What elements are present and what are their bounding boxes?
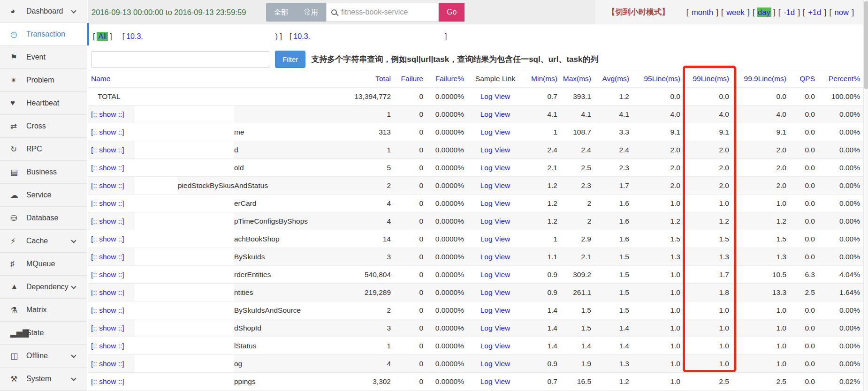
sidebar-item-rpc[interactable]: ↻RPC — [0, 138, 87, 161]
cell-p95: 1.0 — [629, 324, 680, 332]
machine-link-all[interactable]: All — [97, 32, 108, 41]
column-header-qps[interactable]: QPS — [786, 75, 815, 83]
column-header-percent-[interactable]: Percent% — [815, 75, 860, 83]
cell-failure_pct: 0.0000% — [423, 146, 464, 154]
log-view-link[interactable]: Log View — [480, 253, 510, 261]
log-view-link[interactable]: Log View — [480, 146, 510, 154]
cell-p99: 1.2 — [680, 217, 729, 226]
time-nav-link[interactable]: month — [691, 8, 714, 17]
column-header-label: Total — [375, 75, 391, 83]
sidebar-item-transaction[interactable]: ◷Transaction — [0, 23, 87, 46]
switch-hour-mode-link[interactable]: 【切到小时模式】 — [608, 7, 670, 17]
column-header-total[interactable]: Total — [271, 75, 391, 83]
sidebar-item-dashboard[interactable]: ◕Dashboard — [0, 0, 87, 23]
sidebar-item-label: Service — [26, 191, 51, 199]
show-link[interactable]: [:: show ::] — [91, 235, 135, 243]
sidebar-item-state[interactable]: ▂▅▇State — [0, 322, 87, 345]
column-header-label: 99.9Line(ms) — [744, 75, 786, 83]
sidebar-item-cache[interactable]: ⚡Cache — [0, 230, 87, 253]
sidebar-item-cross[interactable]: ⇄Cross — [0, 115, 87, 138]
name-fragment: piedStockBySkusAndStatus — [178, 181, 268, 190]
cell-p99: 4.0 — [680, 110, 729, 119]
log-view-link[interactable]: Log View — [480, 110, 510, 118]
show-link[interactable]: [:: show ::] — [91, 110, 135, 119]
log-view-link[interactable]: Log View — [480, 181, 510, 189]
time-nav-link[interactable]: -1d — [783, 8, 796, 17]
cell-p99: 1.0 — [680, 306, 729, 315]
log-view-link[interactable]: Log View — [480, 271, 510, 278]
log-view-link[interactable]: Log View — [480, 306, 510, 314]
time-nav-link[interactable]: day — [757, 8, 771, 17]
domain-search-box[interactable] — [326, 3, 439, 22]
cell-min: 4.1 — [526, 110, 557, 119]
time-nav-link[interactable]: now — [834, 8, 850, 17]
log-view-link[interactable]: Log View — [480, 235, 510, 243]
log-view-link[interactable]: Log View — [480, 128, 510, 136]
show-link[interactable]: [:: show ::] — [91, 306, 135, 315]
scope-common-button[interactable]: 常用 — [296, 3, 326, 22]
cell-failure_pct: 0.0000% — [423, 217, 464, 226]
redacted-name-area — [135, 159, 234, 176]
show-link[interactable]: [:: show ::] — [91, 146, 135, 154]
sidebar-item-database[interactable]: ⛁Database — [0, 207, 87, 230]
cell-percent: 0.00% — [815, 199, 860, 208]
vertical-scrollbar[interactable] — [863, 0, 868, 391]
sidebar-item-mqueue[interactable]: ♯MQueue — [0, 253, 87, 276]
cell-max: 16.5 — [557, 377, 591, 386]
show-link[interactable]: [:: show ::] — [91, 342, 135, 350]
log-view-link[interactable]: Log View — [480, 217, 510, 225]
column-header-95line-ms-[interactable]: 95Line(ms) — [629, 75, 680, 83]
time-nav-link[interactable]: week — [725, 8, 746, 17]
show-link[interactable]: [:: show ::] — [91, 181, 135, 190]
domain-search-input[interactable] — [341, 8, 430, 16]
filter-input[interactable] — [91, 51, 270, 68]
cell-qps: 0.0 — [786, 164, 815, 172]
log-view-link[interactable]: Log View — [480, 199, 510, 207]
sidebar-item-matrix[interactable]: ⚗Matrix — [0, 299, 87, 322]
log-view-link[interactable]: Log View — [480, 164, 510, 172]
show-link[interactable]: [:: show ::] — [91, 360, 135, 368]
cell-sample-link: Log View — [464, 217, 526, 226]
time-nav-link[interactable]: +1d — [807, 8, 822, 17]
show-link[interactable]: [:: show ::] — [91, 377, 135, 386]
log-view-link[interactable]: Log View — [480, 288, 510, 296]
scope-all-button[interactable]: 全部 — [266, 3, 296, 22]
log-view-link[interactable]: Log View — [480, 324, 510, 332]
show-link[interactable]: [:: show ::] — [91, 217, 135, 226]
log-view-link[interactable]: Log View — [480, 377, 510, 385]
column-header-max-ms-[interactable]: Max(ms) — [557, 75, 591, 83]
sidebar-item-business[interactable]: ▤Business — [0, 161, 87, 184]
show-link[interactable]: [:: show ::] — [91, 288, 135, 297]
filter-button[interactable]: Filter — [275, 51, 305, 68]
column-header-failure-[interactable]: Failure% — [423, 75, 464, 83]
log-view-link[interactable]: Log View — [480, 360, 510, 368]
show-link[interactable]: [:: show ::] — [91, 199, 135, 208]
show-link[interactable]: [:: show ::] — [91, 253, 135, 261]
column-header-avg-ms-[interactable]: Avg(ms) — [591, 75, 629, 83]
show-link[interactable]: [:: show ::] — [91, 164, 135, 172]
machine-link-ip1[interactable]: 10.3. — [126, 32, 143, 41]
sidebar-item-problem[interactable]: ✴Problem — [0, 69, 87, 92]
show-link[interactable]: [:: show ::] — [91, 271, 135, 279]
table-body: TOTAL13,394,77200.0000%Log View0.7393.11… — [88, 88, 868, 391]
column-header-99.9line-ms-[interactable]: 99.9Line(ms) — [729, 75, 786, 83]
show-link[interactable]: [:: show ::] — [91, 324, 135, 332]
column-header-min-ms-[interactable]: Min(ms) — [526, 75, 557, 83]
column-header-failure[interactable]: Failure — [391, 75, 423, 83]
log-view-link[interactable]: Log View — [480, 342, 510, 350]
sidebar-item-offline[interactable]: ◫Offline — [0, 345, 87, 368]
show-link[interactable]: [:: show ::] — [91, 128, 135, 136]
log-view-link[interactable]: Log View — [480, 92, 510, 100]
go-button[interactable]: Go — [439, 3, 464, 22]
sidebar-item-service[interactable]: ☁Service — [0, 184, 87, 207]
sidebar-item-system[interactable]: ⚒System — [0, 368, 87, 391]
sidebar-item-event[interactable]: ⚑Event — [0, 46, 87, 69]
column-header-99line-ms-[interactable]: 99Line(ms) — [680, 75, 729, 83]
machine-link-ip2[interactable]: 10.3. — [293, 32, 310, 41]
scrollbar-thumb[interactable] — [864, 1, 868, 89]
cell-p999: 1.5 — [729, 235, 786, 243]
column-header-name[interactable]: Name — [88, 70, 271, 87]
sidebar-item-heartbeat[interactable]: ♥Heartbeat — [0, 92, 87, 115]
cell-percent: 0.00% — [815, 360, 860, 368]
sidebar-item-dependency[interactable]: ▲Dependency — [0, 276, 87, 299]
